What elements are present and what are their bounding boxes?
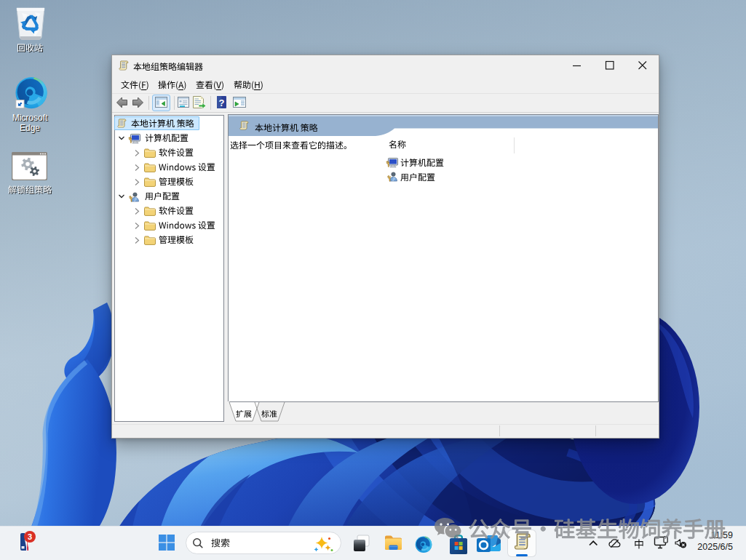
svg-text:?: ? [219,97,225,108]
